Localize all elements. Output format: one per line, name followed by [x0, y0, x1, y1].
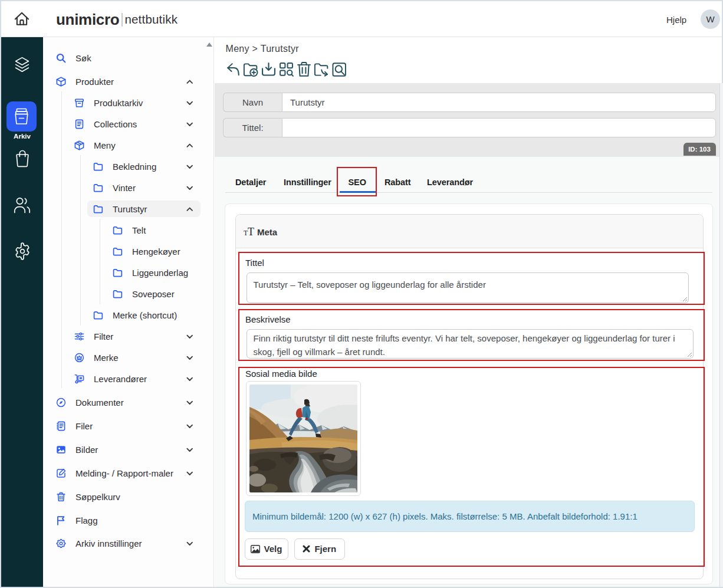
svg-text:T: T: [248, 226, 254, 236]
